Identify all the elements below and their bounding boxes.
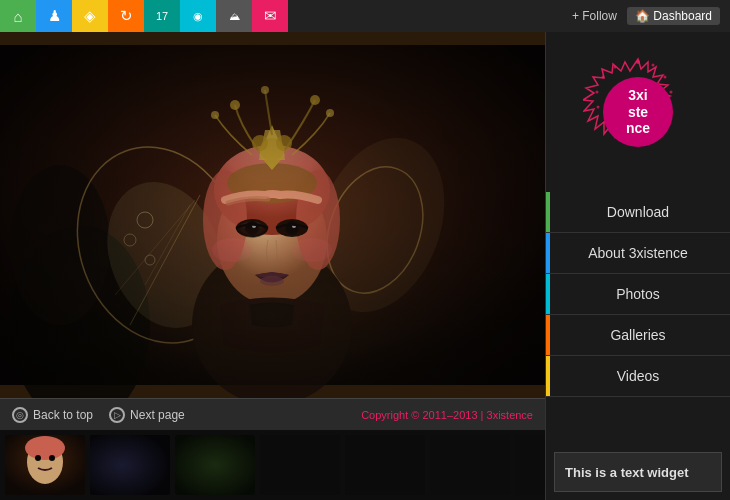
refresh-icon[interactable]: ↻	[108, 0, 144, 32]
top-bar-right: + Follow 🏠 Dashboard	[572, 7, 730, 25]
main-image-svg	[0, 32, 545, 398]
copyright-area: Copyright © 2011–2013 | 3xistence	[361, 409, 533, 421]
nav-items: Download About 3xistence Photos Gallerie…	[546, 192, 730, 444]
top-nav-bar: ⌂ ♟ ◈ ↻ 17 ◉ ⛰ ✉ + Follow 🏠 Dashboard	[0, 0, 730, 32]
thumbnail-strip	[0, 430, 545, 500]
back-to-top-link[interactable]: ◎ Back to top	[12, 407, 93, 423]
svg-rect-58	[515, 435, 545, 495]
svg-point-72	[602, 76, 605, 79]
main-layout: ◎ Back to top ▷ Next page Copyright © 20…	[0, 32, 730, 500]
thumbnail-svg	[0, 430, 545, 500]
rss-icon[interactable]: ◉	[180, 0, 216, 32]
text-widget: This is a text widget	[554, 452, 722, 492]
bottom-bar-left: ◎ Back to top ▷ Next page	[12, 407, 185, 423]
bottom-bar: ◎ Back to top ▷ Next page Copyright © 20…	[0, 398, 545, 430]
svg-point-61	[652, 64, 655, 67]
svg-point-73	[614, 66, 617, 69]
mail-icon[interactable]: ✉	[252, 0, 288, 32]
svg-point-70	[597, 106, 600, 109]
photo-icon[interactable]: ⛰	[216, 0, 252, 32]
person-icon[interactable]: ♟	[36, 0, 72, 32]
brand-link[interactable]: 3xistence	[487, 409, 533, 421]
back-to-top-label: Back to top	[33, 408, 93, 422]
main-image	[0, 32, 545, 398]
nav-icons: ⌂ ♟ ◈ ↻ 17 ◉ ⛰ ✉	[0, 0, 288, 32]
follow-link[interactable]: + Follow	[572, 9, 617, 23]
tag-icon[interactable]: ◈	[72, 0, 108, 32]
svg-rect-55	[260, 435, 340, 495]
svg-point-60	[636, 60, 640, 64]
nav-item-about[interactable]: About 3xistence	[546, 233, 730, 274]
home-icon[interactable]: ⌂	[0, 0, 36, 32]
svg-rect-52	[90, 435, 170, 495]
back-to-top-icon: ◎	[12, 407, 28, 423]
nav-item-photos[interactable]: Photos	[546, 274, 730, 315]
logo-inner: 3xi ste nce	[603, 77, 673, 147]
svg-point-62	[664, 76, 667, 79]
calendar-icon[interactable]: 17	[144, 0, 180, 32]
text-widget-title: This is a text widget	[565, 465, 689, 480]
logo-text: 3xi ste nce	[626, 87, 650, 137]
dashboard-link[interactable]: 🏠 Dashboard	[627, 7, 720, 25]
svg-rect-54	[175, 435, 255, 495]
next-page-label: Next page	[130, 408, 185, 422]
svg-rect-43	[0, 45, 545, 385]
logo-area: 3xi ste nce	[546, 32, 730, 192]
sidebar: 3xi ste nce Download About 3xistence Pho…	[545, 32, 730, 500]
svg-point-48	[25, 436, 65, 460]
next-page-link[interactable]: ▷ Next page	[109, 407, 185, 423]
svg-point-49	[35, 455, 41, 461]
svg-rect-56	[345, 435, 425, 495]
nav-item-download[interactable]: Download	[546, 192, 730, 233]
svg-point-50	[49, 455, 55, 461]
nav-item-galleries[interactable]: Galleries	[546, 315, 730, 356]
content-area: ◎ Back to top ▷ Next page Copyright © 20…	[0, 32, 545, 500]
svg-point-71	[596, 91, 599, 94]
svg-point-63	[670, 91, 673, 94]
copyright-text: Copyright © 2011–2013 |	[361, 409, 483, 421]
nav-item-videos[interactable]: Videos	[546, 356, 730, 397]
next-page-icon: ▷	[109, 407, 125, 423]
logo-container: 3xi ste nce	[583, 57, 693, 167]
svg-rect-57	[430, 435, 510, 495]
